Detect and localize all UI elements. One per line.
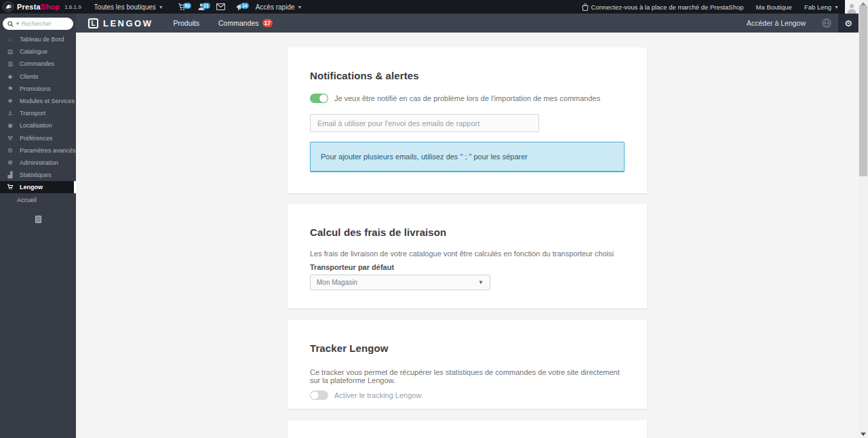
search-box[interactable]: ▼ bbox=[3, 18, 73, 30]
user-menu[interactable]: Fab Leng▼ bbox=[798, 0, 845, 14]
administration-icon: ☸ bbox=[7, 159, 14, 166]
alerts-badge: 14 bbox=[241, 3, 249, 9]
avatar[interactable] bbox=[845, 0, 859, 14]
sidebar-item-clients[interactable]: ☻Clients bbox=[0, 71, 76, 83]
search-scope-caret-icon[interactable]: ▼ bbox=[16, 22, 20, 26]
section-title-tracker: Tracker Lengow bbox=[310, 342, 625, 354]
orders-notifications-button[interactable]: 53 bbox=[172, 3, 192, 11]
topbar-right: Connectez-vous à la place de marché de P… bbox=[576, 0, 859, 14]
tracking-toggle[interactable] bbox=[310, 391, 328, 400]
chevron-down-icon: ▼ bbox=[298, 5, 302, 9]
settings-gear-button[interactable]: ⚙ bbox=[838, 14, 859, 33]
promotions-icon: ⚑ bbox=[7, 85, 14, 92]
collapse-menu-icon[interactable] bbox=[35, 216, 41, 223]
carrier-select[interactable]: Mon Magasin ▼ bbox=[310, 275, 490, 290]
sidebar: ▼ ⌂Tableau de Bord ▤Catalogue ▥Commandes… bbox=[0, 14, 76, 438]
modules-icon: ❖ bbox=[7, 98, 14, 104]
lengow-bar-right: Accéder à Lengow ⚙ bbox=[737, 14, 859, 33]
carrier-label: Transporteur par défaut bbox=[310, 263, 625, 271]
customers-icon: ☻ bbox=[7, 73, 14, 80]
sidebar-item-statistiques[interactable]: ▟Statistiques bbox=[0, 169, 76, 181]
scrollbar-thumb[interactable] bbox=[859, 5, 867, 176]
orders-count-badge: 17 bbox=[262, 19, 273, 27]
report-email-input[interactable] bbox=[310, 114, 539, 132]
carrier-selected-value: Mon Magasin bbox=[317, 279, 357, 286]
chevron-down-icon: ▼ bbox=[478, 279, 484, 285]
prestashop-logo-icon bbox=[3, 1, 14, 12]
catalog-icon: ▤ bbox=[7, 48, 14, 55]
lengow-brand: L LENGOW bbox=[76, 18, 164, 28]
alerts-button[interactable]: 14 bbox=[231, 3, 250, 11]
localization-icon: ◉ bbox=[7, 122, 14, 129]
notifications-card: Notifications & alertes Je veux être not… bbox=[288, 47, 647, 193]
sidebar-item-catalogue[interactable]: ▤Catalogue bbox=[0, 45, 76, 58]
section-title-shipping: Calcul des frais de livraison bbox=[310, 226, 625, 238]
next-section-card bbox=[288, 420, 647, 438]
envelope-icon bbox=[216, 3, 225, 10]
shipping-description: Les frais de livraison de votre catalogu… bbox=[310, 250, 625, 258]
marketplace-link[interactable]: Connectez-vous à la place de marché de P… bbox=[576, 0, 750, 14]
shopping-bag-icon bbox=[582, 3, 589, 11]
sidebar-item-accueil[interactable]: Accueil bbox=[0, 193, 76, 205]
stats-icon: ▟ bbox=[7, 172, 14, 178]
topbar-notification-icons: 53 21 14 bbox=[172, 3, 250, 11]
chevron-down-icon: ▼ bbox=[159, 5, 163, 9]
my-shop-link[interactable]: Ma Boutique bbox=[750, 0, 798, 14]
sidebar-item-lengow[interactable]: Lengow bbox=[0, 181, 76, 193]
topbar: PrestaShop 1.6.1.9 Toutes les boutiques▼… bbox=[0, 0, 859, 14]
tracker-description: Ce tracker vous permet de récupérer les … bbox=[310, 368, 625, 384]
page-scrollbar[interactable] bbox=[859, 0, 868, 438]
sidebar-item-localisation[interactable]: ◉Localisation bbox=[0, 119, 76, 132]
advanced-settings-icon: ⚙ bbox=[7, 147, 14, 154]
sidebar-item-promotions[interactable]: ⚑Promotions bbox=[0, 83, 76, 95]
sidebar-item-preferences[interactable]: ⚒Préférences bbox=[0, 132, 76, 144]
quick-access-dropdown[interactable]: Accès rapide▼ bbox=[250, 0, 309, 14]
search-input[interactable] bbox=[22, 20, 64, 27]
sidebar-item-tableau-de-bord[interactable]: ⌂Tableau de Bord bbox=[0, 33, 76, 45]
sidebar-item-transport[interactable]: ⚓Transport bbox=[0, 107, 76, 119]
access-lengow-link[interactable]: Accéder à Lengow bbox=[737, 19, 815, 27]
tab-produits[interactable]: Produits bbox=[164, 14, 210, 33]
sidebar-item-administration[interactable]: ☸Administration bbox=[0, 157, 76, 169]
shipping-card: Calcul des frais de livraison Les frais … bbox=[288, 204, 647, 308]
gear-icon: ⚙ bbox=[844, 18, 852, 28]
tab-commandes[interactable]: Commandes 17 bbox=[209, 14, 282, 33]
main-content: Notifications & alertes Je veux être not… bbox=[76, 33, 859, 438]
globe-icon bbox=[822, 18, 831, 28]
lengow-logo-icon: L bbox=[88, 18, 98, 28]
sidebar-nav: ⌂Tableau de Bord ▤Catalogue ▥Commandes ☻… bbox=[0, 33, 76, 206]
notifications-toggle-label: Je veux être notifié en cas de problème … bbox=[334, 94, 600, 102]
shipping-icon: ⚓ bbox=[7, 110, 14, 117]
lengow-module-bar: L LENGOW Produits Commandes 17 Accéder à… bbox=[76, 14, 859, 33]
sidebar-item-modules-et-services[interactable]: ❖Modules et Services bbox=[0, 95, 76, 107]
search-icon bbox=[7, 21, 14, 27]
sidebar-item-commandes[interactable]: ▥Commandes bbox=[0, 58, 76, 70]
emails-info-alert: Pour ajouter plusieurs emails, utilisez … bbox=[310, 142, 625, 172]
orders-badge: 53 bbox=[183, 3, 191, 9]
sidebar-item-parametres-avances[interactable]: ⚙Paramètres avancés bbox=[0, 144, 76, 157]
person-silhouette-icon bbox=[846, 3, 857, 14]
tracking-toggle-label: Activer le tracking Lengow bbox=[334, 391, 421, 399]
messages-button[interactable] bbox=[211, 3, 231, 10]
section-title-notifications: Notifications & alertes bbox=[310, 70, 625, 81]
brand-version: 1.6.1.9 bbox=[64, 4, 81, 10]
dashboard-icon: ⌂ bbox=[7, 36, 14, 43]
customers-badge: 21 bbox=[202, 3, 210, 9]
tracker-card: Tracker Lengow Ce tracker vous permet de… bbox=[288, 320, 647, 409]
brand-name: PrestaShop bbox=[17, 3, 60, 11]
notifications-toggle[interactable] bbox=[310, 94, 328, 103]
language-globe-button[interactable] bbox=[815, 18, 838, 28]
chevron-down-icon: ▼ bbox=[834, 5, 839, 9]
customers-notifications-button[interactable]: 21 bbox=[192, 3, 211, 11]
all-shops-dropdown[interactable]: Toutes les boutiques▼ bbox=[88, 0, 170, 14]
orders-icon: ▥ bbox=[7, 60, 14, 67]
prestashop-brand[interactable]: PrestaShop 1.6.1.9 bbox=[0, 1, 88, 12]
lengow-nav: Produits Commandes 17 bbox=[164, 14, 283, 33]
preferences-icon: ⚒ bbox=[7, 135, 14, 142]
lengow-wordmark: LENGOW bbox=[103, 18, 153, 28]
cart-icon bbox=[7, 184, 14, 191]
scroll-down-arrow-icon[interactable] bbox=[861, 433, 866, 436]
